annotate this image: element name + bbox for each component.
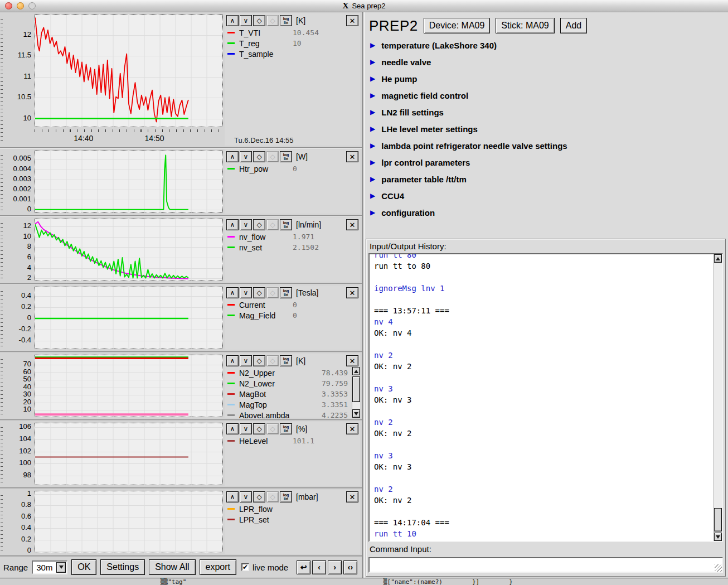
export-button[interactable]: export [200, 559, 236, 575]
scale-up-button[interactable]: ∧ [226, 219, 239, 230]
scale-down-button[interactable]: ∨ [240, 355, 252, 366]
close-plot-button[interactable]: ✕ [346, 491, 358, 502]
legend-entry[interactable]: Current0 [225, 299, 360, 310]
close-plot-button[interactable]: ✕ [346, 151, 358, 162]
scale-down-button[interactable]: ∨ [240, 287, 252, 298]
scale-up-button[interactable]: ∧ [226, 491, 239, 502]
live-mode-toggle[interactable]: ✔ live mode [241, 563, 288, 572]
close-plot-button[interactable]: ✕ [346, 287, 358, 298]
plot-area[interactable] [35, 491, 223, 553]
autoscale-disabled-button[interactable]: ◇ [266, 151, 279, 162]
autoscale-button[interactable]: ◇ [253, 151, 265, 162]
scroll-up-arrow-icon[interactable] [352, 367, 360, 375]
resize-grip-icon[interactable] [715, 564, 722, 572]
section-item[interactable]: ▶magnetic field control [365, 87, 728, 104]
autoscale-disabled-button[interactable]: ◇ [266, 491, 279, 502]
legend-entry[interactable]: T_reg10 [225, 38, 360, 49]
legend-entry[interactable]: MagBot3.3353 [225, 389, 360, 399]
legend-entry[interactable]: T_sample [225, 49, 360, 59]
autoscale-disabled-button[interactable]: ◇ [266, 219, 279, 230]
close-plot-button[interactable]: ✕ [346, 15, 358, 26]
time-nav-button[interactable]: ‹ [312, 560, 326, 574]
close-plot-button[interactable]: ✕ [346, 219, 358, 230]
scrollbar-thumb[interactable] [352, 376, 360, 402]
autoscale-disabled-button[interactable]: ◇ [266, 423, 279, 434]
section-item[interactable]: ▶lpr control parameters [365, 154, 728, 171]
legend-entry[interactable]: LPR_flow [225, 504, 360, 514]
autoscale-disabled-button[interactable]: ◇ [266, 15, 279, 26]
section-item[interactable]: ▶lambda point refrigerator needle valve … [365, 137, 728, 154]
plot-area[interactable] [35, 423, 223, 485]
device-button[interactable]: Device: MA09 [424, 18, 491, 33]
command-input[interactable] [370, 558, 722, 572]
scale-down-button[interactable]: ∨ [240, 423, 252, 434]
section-item[interactable]: ▶parameter table /tt/tm [365, 171, 728, 187]
section-item[interactable]: ▶He pump [365, 70, 728, 87]
scroll-down-arrow-icon[interactable] [714, 533, 722, 541]
scroll-up-arrow-icon[interactable] [714, 254, 722, 263]
plot-area[interactable] [35, 151, 223, 213]
scale-up-button[interactable]: ∧ [226, 423, 239, 434]
legend-entry[interactable]: N2_Lower79.759 [225, 378, 360, 389]
log-lin-button[interactable]: loglin [280, 151, 292, 162]
scroll-down-arrow-icon[interactable] [352, 409, 360, 418]
plot-area[interactable] [35, 355, 223, 417]
live-mode-checkbox[interactable]: ✔ [241, 563, 249, 571]
log-lin-button[interactable]: loglin [280, 219, 292, 230]
legend-entry[interactable]: Htr_pow0 [225, 163, 360, 174]
log-lin-button[interactable]: loglin [280, 287, 292, 298]
autoscale-disabled-button[interactable]: ◇ [266, 287, 279, 298]
legend-entry[interactable]: N2_Upper78.439 [225, 368, 360, 378]
range-select[interactable]: 30m [32, 560, 67, 574]
section-item[interactable]: ▶needle valve [365, 54, 728, 70]
autoscale-button[interactable]: ◇ [253, 355, 265, 366]
chevron-down-icon[interactable] [56, 562, 66, 573]
plot-area[interactable] [35, 287, 223, 349]
legend-entry[interactable]: T_VTI10.454 [225, 27, 360, 38]
section-item[interactable]: ▶LHe level meter settings [365, 120, 728, 137]
time-nav-button[interactable]: ‹› [343, 560, 357, 574]
log-lin-button[interactable]: loglin [280, 423, 292, 434]
log-lin-button[interactable]: loglin [280, 15, 292, 26]
section-item[interactable]: ▶LN2 fill settings [365, 104, 728, 120]
time-nav-button[interactable]: ↩ [297, 560, 310, 574]
autoscale-button[interactable]: ◇ [253, 491, 265, 502]
legend-entry[interactable]: Mag_Field0 [225, 310, 360, 321]
section-item[interactable]: ▶CCU4 [365, 187, 728, 204]
close-plot-button[interactable]: ✕ [346, 423, 358, 434]
plot-area[interactable] [35, 14, 223, 127]
titlebar[interactable]: XSea prep2 [0, 0, 728, 12]
time-nav-button[interactable]: › [328, 560, 342, 574]
add-button[interactable]: Add [560, 18, 587, 33]
legend-scrollbar[interactable] [352, 367, 360, 418]
scale-up-button[interactable]: ∧ [226, 151, 239, 162]
autoscale-disabled-button[interactable]: ◇ [266, 355, 279, 366]
stick-button[interactable]: Stick: MA09 [496, 18, 554, 33]
legend-entry[interactable]: nv_flow1.971 [225, 231, 360, 242]
legend-entry[interactable]: LPR_set [225, 514, 360, 525]
settings-button[interactable]: Settings [100, 559, 145, 575]
log-lin-button[interactable]: loglin [280, 491, 292, 502]
scale-down-button[interactable]: ∨ [240, 15, 252, 26]
log-lin-button[interactable]: loglin [280, 355, 292, 366]
scale-up-button[interactable]: ∧ [226, 287, 239, 298]
scale-down-button[interactable]: ∨ [240, 491, 252, 502]
close-plot-button[interactable]: ✕ [346, 355, 358, 366]
io-history-terminal[interactable]: run tt 80run tt to 80 ignoreMsg lnv 1 ==… [368, 253, 723, 542]
autoscale-button[interactable]: ◇ [253, 15, 265, 26]
scale-up-button[interactable]: ∧ [226, 355, 239, 366]
plot-area[interactable] [35, 219, 223, 281]
scale-down-button[interactable]: ∨ [240, 151, 252, 162]
scale-down-button[interactable]: ∨ [240, 219, 252, 230]
legend-entry[interactable]: HeLevel101.1 [225, 436, 360, 446]
legend-entry[interactable]: nv_set2.1502 [225, 242, 360, 253]
show-all-button[interactable]: Show All [149, 559, 195, 575]
terminal-scrollbar[interactable] [714, 254, 722, 541]
section-item[interactable]: ▶temperature (LakeShore 340) [365, 37, 728, 54]
section-item[interactable]: ▶configuration [365, 204, 728, 221]
scrollbar-thumb[interactable] [714, 508, 722, 531]
ok-button[interactable]: OK [71, 559, 96, 575]
autoscale-button[interactable]: ◇ [253, 219, 265, 230]
autoscale-button[interactable]: ◇ [253, 423, 265, 434]
legend-entry[interactable]: MagTop3.3351 [225, 399, 360, 410]
